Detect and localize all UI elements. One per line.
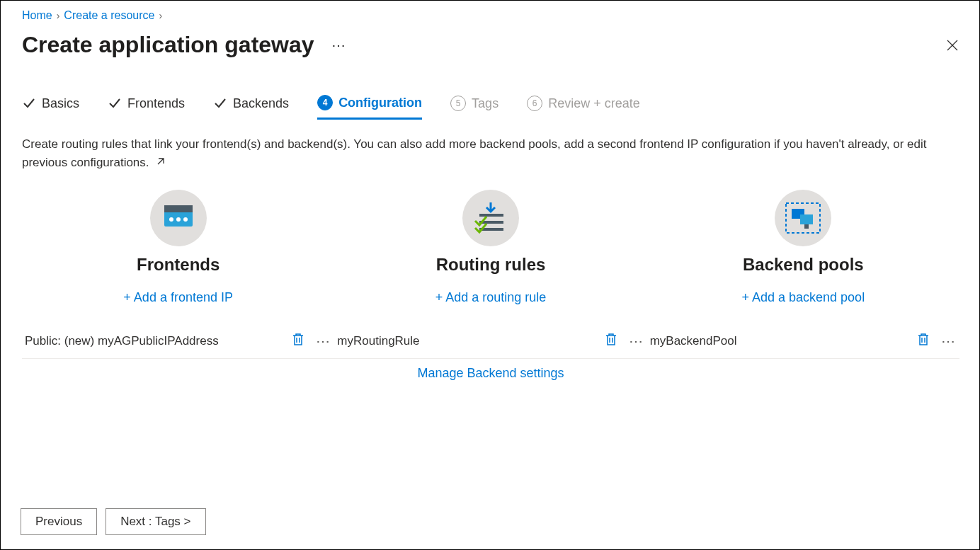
routing-rule-item-label: myRoutingRule (337, 334, 604, 348)
tab-configuration[interactable]: 4 Configuration (317, 95, 422, 120)
close-icon[interactable] (945, 38, 959, 52)
backend-pools-heading: Backend pools (743, 255, 864, 275)
breadcrumb-create-resource[interactable]: Create a resource (64, 9, 154, 22)
frontend-item-row[interactable]: Public: (new) myAGPublicIPAddress ⋯ (22, 323, 334, 359)
tab-backends[interactable]: Backends (213, 96, 289, 118)
tab-label: Backends (233, 96, 289, 111)
backend-pool-icon (775, 190, 831, 246)
more-icon[interactable]: ⋯ (331, 37, 347, 54)
more-icon[interactable]: ⋯ (316, 334, 331, 348)
step-number: 4 (317, 95, 333, 110)
delete-icon[interactable] (917, 332, 930, 350)
tab-label: Frontends (127, 96, 185, 111)
frontends-heading: Frontends (137, 255, 220, 275)
tab-basics[interactable]: Basics (22, 96, 79, 118)
svg-rect-12 (800, 214, 813, 224)
tab-frontends[interactable]: Frontends (108, 96, 185, 118)
tab-tags[interactable]: 5 Tags (450, 96, 498, 118)
frontend-icon (150, 190, 207, 246)
chevron-right-icon: › (57, 10, 60, 21)
previous-button[interactable]: Previous (21, 508, 97, 535)
svg-point-4 (169, 217, 173, 222)
step-number: 6 (527, 96, 542, 111)
next-button[interactable]: Next : Tags > (106, 508, 205, 535)
manage-backend-settings-link[interactable]: Manage Backend settings (417, 366, 564, 380)
step-number: 5 (450, 96, 466, 111)
chevron-right-icon: › (159, 10, 162, 21)
check-icon (22, 96, 36, 110)
svg-point-5 (176, 217, 181, 222)
routing-rules-heading: Routing rules (436, 255, 546, 275)
configuration-description: Create routing rules that link your fron… (22, 135, 959, 173)
frontend-item-label: Public: (new) myAGPublicIPAddress (25, 334, 292, 348)
more-icon[interactable]: ⋯ (941, 334, 957, 348)
add-frontend-ip-link[interactable]: + Add a frontend IP (123, 290, 233, 305)
more-icon[interactable]: ⋯ (629, 334, 644, 348)
svg-point-6 (183, 217, 188, 222)
tab-label: Review + create (548, 96, 640, 111)
tab-label: Basics (42, 96, 79, 111)
page-title: Create application gateway (22, 32, 314, 58)
routing-rule-icon (462, 190, 519, 246)
breadcrumb: Home › Create a resource › (22, 9, 959, 22)
routing-rules-column: Routing rules + Add a routing rule myRou… (334, 190, 646, 381)
delete-icon[interactable] (605, 332, 617, 350)
tab-label: Configuration (338, 96, 422, 110)
check-icon (108, 96, 122, 110)
svg-rect-13 (804, 224, 809, 229)
add-routing-rule-link[interactable]: + Add a routing rule (435, 290, 547, 305)
frontends-column: Frontends + Add a frontend IP Public: (n… (22, 190, 334, 381)
backend-pool-item-label: myBackendPool (650, 334, 917, 348)
external-link-icon[interactable] (155, 154, 165, 173)
check-icon (213, 96, 227, 110)
breadcrumb-home[interactable]: Home (22, 9, 52, 22)
tab-label: Tags (472, 96, 498, 111)
tab-review-create[interactable]: 6 Review + create (527, 96, 640, 118)
backend-pool-item-row[interactable]: myBackendPool ⋯ (647, 323, 959, 359)
svg-rect-3 (164, 205, 193, 212)
routing-rule-item-row[interactable]: myRoutingRule ⋯ (334, 323, 646, 359)
add-backend-pool-link[interactable]: + Add a backend pool (741, 290, 865, 305)
backend-pools-column: Backend pools + Add a backend pool myBac… (647, 190, 959, 381)
delete-icon[interactable] (292, 332, 304, 350)
